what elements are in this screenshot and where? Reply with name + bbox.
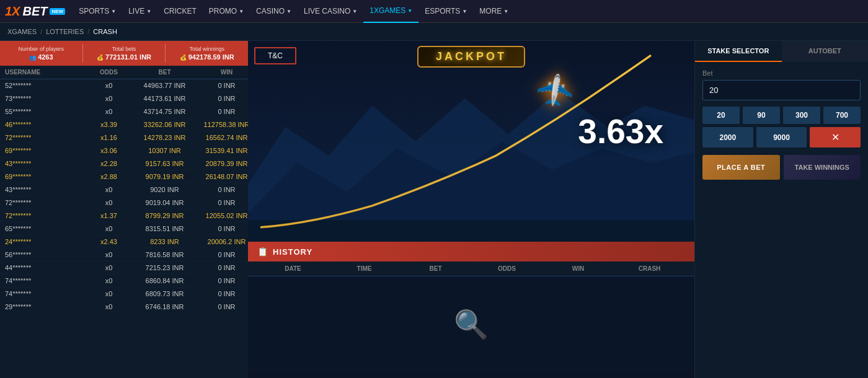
tab-autobet[interactable]: AUTOBET [782, 41, 869, 62]
table-header: USERNAME ODDS BET WIN [0, 66, 248, 79]
history-body: 🔍 [248, 276, 694, 372]
stake-tabs: STAKE SELECTOR AUTOBET [695, 41, 868, 62]
history-panel: 📋 HISTORY DATE TIME BET ODDS WIN CRASH 🔍 [248, 242, 694, 378]
quick-bet-2000[interactable]: 2000 [702, 127, 753, 147]
cell-win: 0 INR [200, 186, 248, 193]
quick-bet-90[interactable]: 90 [743, 107, 780, 124]
jackpot-text: JACKPOT [436, 50, 507, 63]
clear-button[interactable]: ✕ [810, 127, 861, 147]
breadcrumb-xgames[interactable]: XGAMES [7, 28, 37, 35]
cell-odds: x2.43 [89, 238, 129, 245]
cell-odds: x1.37 [89, 212, 129, 219]
cell-username: 29******* [5, 303, 89, 310]
breadcrumb: XGAMES / LOTTERIES / CRASH [0, 23, 868, 41]
cell-bet: 8233 INR [129, 238, 200, 245]
cell-odds: x0 [89, 225, 129, 232]
bets-icon: 💰 [97, 55, 104, 61]
cell-win: 0 INR [200, 199, 248, 206]
cell-bet: 7816.58 INR [129, 251, 200, 258]
cell-username: 55******* [5, 108, 89, 115]
cell-bet: 6746.18 INR [129, 303, 200, 310]
table-row: 24******* x2.43 8233 INR 20006.2 INR [0, 235, 248, 248]
table-row: 44******* x0 7215.23 INR 0 INR [0, 262, 248, 275]
col-username: USERNAME [5, 69, 89, 76]
table-row: 74******* x0 6809.73 INR 0 INR [0, 288, 248, 301]
logo-text-2: BET [22, 4, 47, 19]
stats-bar: Number of players 👥 4263 Total bets 💰 77… [0, 41, 248, 66]
players-icon: 👥 [29, 55, 36, 61]
nav-item-1xgames[interactable]: 1XGAMES▼ [363, 0, 418, 23]
nav-item-esports[interactable]: ESPORTS▼ [418, 0, 473, 23]
cell-username: 43******* [5, 160, 89, 167]
place-bet-button[interactable]: PLACE A BET [702, 155, 780, 180]
quick-bet-20[interactable]: 20 [702, 107, 740, 124]
cell-odds: x0 [89, 108, 129, 115]
top-nav: 1X BET NEW SPORTS▼ LIVE▼ CRICKET PROMO▼ … [0, 0, 868, 23]
stat-players: Number of players 👥 4263 [0, 44, 83, 63]
cell-username: 73******* [5, 95, 89, 102]
cell-username: 44******* [5, 264, 89, 271]
cell-username: 74******* [5, 277, 89, 284]
cell-username: 69******* [5, 173, 89, 180]
game-area: ✈️ 3.63x [248, 41, 694, 242]
cell-odds: x3.39 [89, 121, 129, 128]
cell-win: 0 INR [200, 95, 248, 102]
cell-bet: 9019.04 INR [129, 199, 200, 206]
table-row: 72******* x1.37 8799.29 INR 12055.02 INR [0, 209, 248, 222]
cell-username: 65******* [5, 225, 89, 232]
tc-button[interactable]: T&C [254, 47, 296, 64]
cell-odds: x0 [89, 199, 129, 206]
quick-bet-700[interactable]: 700 [823, 107, 861, 124]
table-row: 56******* x0 7816.58 INR 0 INR [0, 248, 248, 262]
nav-item-promo[interactable]: PROMO▼ [203, 0, 250, 23]
nav-item-live-casino[interactable]: LIVE CASINO▼ [298, 0, 363, 23]
cell-username: 24******* [5, 238, 89, 245]
quick-bet-300[interactable]: 300 [783, 107, 820, 124]
table-row: 46******* x3.39 33262.06 INR 112758.38 I… [0, 118, 248, 131]
nav-item-live[interactable]: LIVE▼ [122, 0, 157, 23]
cell-bet: 8799.29 INR [129, 212, 200, 219]
col-odds: ODDS [89, 69, 129, 76]
cell-bet: 10307 INR [129, 147, 200, 154]
stat-bets-label: Total bets [88, 46, 161, 52]
cell-win: 12055.02 INR [200, 212, 248, 219]
cell-username: 43******* [5, 186, 89, 193]
nav-item-sports[interactable]: SPORTS▼ [73, 0, 122, 23]
cell-win: 31539.41 INR [200, 147, 248, 154]
cell-bet: 7215.23 INR [129, 264, 200, 271]
table-row: 29******* x0 6746.18 INR 0 INR [0, 301, 248, 314]
cell-bet: 6860.84 INR [129, 277, 200, 284]
center-panel: T&C JACKPOT [248, 41, 694, 378]
cell-bet: 8315.51 INR [129, 225, 200, 232]
nav-item-casino[interactable]: CASINO▼ [250, 0, 298, 23]
tab-stake-selector[interactable]: STAKE SELECTOR [695, 41, 782, 62]
cell-bet: 44963.77 INR [129, 82, 200, 89]
quick-bet-9000[interactable]: 9000 [756, 127, 807, 147]
nav-item-more[interactable]: MORE▼ [473, 0, 515, 23]
no-data-icon: 🔍 [454, 308, 489, 341]
cell-username: 52******* [5, 82, 89, 89]
table-row: 43******* x0 9020 INR 0 INR [0, 183, 248, 196]
breadcrumb-lotteries[interactable]: LOTTERIES [46, 28, 84, 35]
cell-win: 0 INR [200, 225, 248, 232]
winnings-icon: 💰 [180, 55, 187, 61]
cell-odds: x2.88 [89, 173, 129, 180]
nav-item-cricket[interactable]: CRICKET [157, 0, 203, 23]
stat-winnings-value: 942178.59 INR [188, 53, 234, 61]
table-row: 43******* x2.28 9157.63 INR 20879.39 INR [0, 157, 248, 170]
quick-bets-row2: 2000 9000 ✕ [702, 127, 861, 147]
stat-winnings-label: Total winnings [170, 46, 243, 52]
stat-winnings: Total winnings 💰 942178.59 INR [166, 44, 248, 63]
stat-bets-value: 772131.01 INR [105, 53, 151, 61]
take-winnings-button[interactable]: TAKE WINNINGS [784, 155, 861, 180]
logo[interactable]: 1X BET NEW [5, 4, 65, 19]
bet-input[interactable] [702, 80, 861, 100]
cell-username: 72******* [5, 212, 89, 219]
table-row: 65******* x0 8315.51 INR 0 INR [0, 222, 248, 235]
cell-win: 0 INR [200, 82, 248, 89]
cell-win: 0 INR [200, 264, 248, 271]
cell-username: 74******* [5, 290, 89, 297]
logo-text: 1X [5, 4, 20, 19]
table-row: 69******* x2.88 9079.19 INR 26148.07 INR [0, 170, 248, 183]
cell-odds: x0 [89, 251, 129, 258]
